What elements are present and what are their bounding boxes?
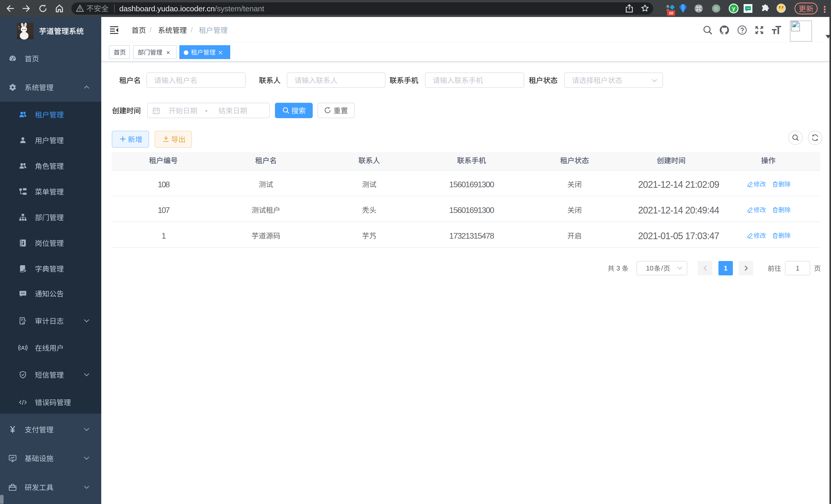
svg-text:y: y — [732, 5, 736, 11]
